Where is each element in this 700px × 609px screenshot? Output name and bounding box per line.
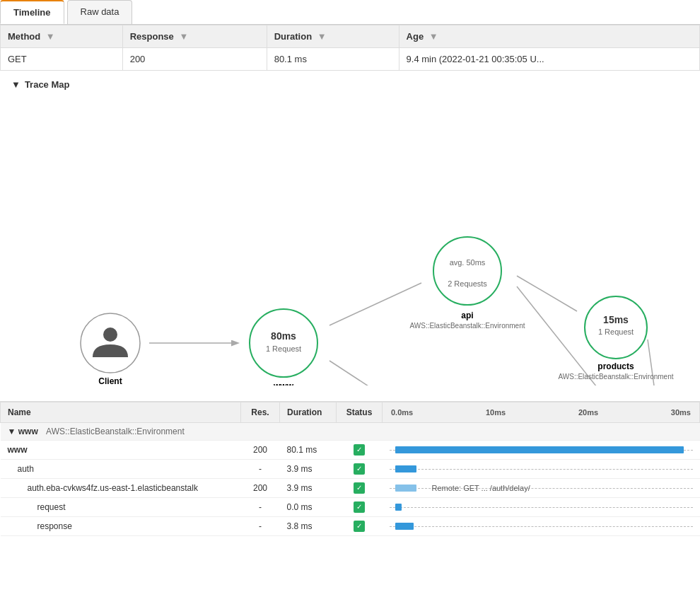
row-name-www: www xyxy=(1,441,241,460)
timeline-row-response: response - 3.8 ms ✓ xyxy=(1,517,700,536)
bar-www xyxy=(390,445,693,455)
cell-method: GET xyxy=(1,48,123,71)
cell-age: 9.4 min (2022-01-21 00:35:05 U... xyxy=(399,48,699,71)
col-response[interactable]: Response ▼ xyxy=(122,25,267,48)
cell-duration: 80.1 ms xyxy=(267,48,399,71)
col-dur[interactable]: Duration xyxy=(280,402,337,423)
group-sublabel: AWS::ElasticBeanstalk::Environment xyxy=(46,427,185,436)
row-bar-response xyxy=(383,517,700,536)
row-dur-auth-eba: 3.9 ms xyxy=(280,479,337,498)
node-api-label: api xyxy=(461,311,473,320)
node-client-circle[interactable] xyxy=(81,313,140,373)
row-bar-www xyxy=(383,441,700,460)
bar-fill-auth xyxy=(395,465,416,472)
col-name[interactable]: Name xyxy=(1,402,241,423)
sort-duration-icon[interactable]: ▼ xyxy=(317,31,327,42)
trace-map-toggle[interactable]: ▼ Trace Map xyxy=(11,79,689,90)
bar-fill-www xyxy=(395,446,684,453)
row-name-auth: auth xyxy=(1,460,241,479)
row-status-www: ✓ xyxy=(337,441,383,460)
tab-raw-data[interactable]: Raw data xyxy=(67,0,133,24)
row-res-www: 200 xyxy=(241,441,280,460)
timeline-table: Name Res. Duration Status 0.0ms 10ms 20m… xyxy=(0,402,700,536)
row-res-response: - xyxy=(241,517,280,536)
tick-2: 20ms xyxy=(578,408,598,417)
table-row: GET 200 80.1 ms 9.4 min (2022-01-21 00:3… xyxy=(1,48,700,71)
node-products-value: 15ms xyxy=(603,314,629,325)
row-name-response: response xyxy=(1,517,241,536)
timeline-row-www: www 200 80.1 ms ✓ xyxy=(1,441,700,460)
col-method[interactable]: Method ▼ xyxy=(1,25,123,48)
node-www-subvalue: 1 Request xyxy=(266,344,301,353)
col-status[interactable]: Status xyxy=(337,402,383,423)
group-header-row: ▼ www AWS::ElasticBeanstalk::Environment xyxy=(1,423,700,441)
row-bar-auth-eba: Remote: GET ... /auth/delay/ xyxy=(383,479,700,498)
node-www-circle[interactable] xyxy=(250,309,317,377)
node-client-label: Client xyxy=(98,376,122,385)
edge-www-auth xyxy=(329,361,421,385)
bar-auth-eba: Remote: GET ... /auth/delay/ xyxy=(390,483,693,493)
row-res-request: - xyxy=(241,498,280,517)
row-bar-auth xyxy=(383,460,700,479)
top-data-table: Method ▼ Response ▼ Duration ▼ Age ▼ GET… xyxy=(0,25,700,71)
row-dur-response: 3.8 ms xyxy=(280,517,337,536)
col-duration[interactable]: Duration ▼ xyxy=(267,25,399,48)
trace-map-canvas: Client 80ms 1 Request www AWS::ElasticBe… xyxy=(11,95,689,393)
group-header-cell: ▼ www AWS::ElasticBeanstalk::Environment xyxy=(1,423,700,441)
bar-auth xyxy=(390,464,693,474)
node-api-avg: avg. 50ms xyxy=(450,258,486,267)
trace-map-svg: Client 80ms 1 Request www AWS::ElasticBe… xyxy=(11,95,689,385)
tick-1: 10ms xyxy=(486,408,506,417)
row-name-request: request xyxy=(1,498,241,517)
col-age[interactable]: Age ▼ xyxy=(399,25,699,48)
edge-www-api xyxy=(329,283,421,325)
row-status-request: ✓ xyxy=(337,498,383,517)
chevron-down-icon: ▼ xyxy=(11,79,21,90)
bar-fill-response xyxy=(395,523,414,530)
sort-age-icon[interactable]: ▼ xyxy=(429,31,438,42)
row-dur-request: 0.0 ms xyxy=(280,498,337,517)
node-api-circle[interactable] xyxy=(433,237,501,305)
node-products-sublabel: AWS::ElasticBeanstalk::Environment xyxy=(558,373,673,381)
status-check-request: ✓ xyxy=(354,501,365,513)
row-status-response: ✓ xyxy=(337,517,383,536)
row-dur-www: 80.1 ms xyxy=(280,441,337,460)
tick-3: 30ms xyxy=(671,408,691,417)
status-check-auth: ✓ xyxy=(354,463,365,475)
person-head xyxy=(103,327,117,342)
tabs-container: Timeline Raw data xyxy=(0,0,700,25)
tab-timeline[interactable]: Timeline xyxy=(0,0,64,24)
dashed-line-auth xyxy=(390,469,693,470)
col-bar: 0.0ms 10ms 20ms 30ms xyxy=(383,402,700,423)
row-res-auth: - xyxy=(241,460,280,479)
row-bar-request xyxy=(383,498,700,517)
dashed-line-request xyxy=(390,507,693,508)
bar-request xyxy=(390,502,693,512)
bar-fill-request xyxy=(395,504,402,511)
row-status-auth-eba: ✓ xyxy=(337,479,383,498)
cell-response: 200 xyxy=(122,48,267,71)
row-res-auth-eba: 200 xyxy=(241,479,280,498)
tick-0: 0.0ms xyxy=(391,408,413,417)
node-api-sublabel: AWS::ElasticBeanstalk::Environment xyxy=(409,322,525,330)
chevron-down-icon[interactable]: ▼ xyxy=(8,427,16,436)
status-check-response: ✓ xyxy=(354,521,365,532)
node-www-label: www xyxy=(273,381,294,385)
timeline-row-auth-eba: auth.eba-cvkws4fz.us-east-1.elasticbeans… xyxy=(1,479,700,498)
sort-method-icon[interactable]: ▼ xyxy=(46,31,55,42)
row-name-auth-eba: auth.eba-cvkws4fz.us-east-1.elasticbeans… xyxy=(1,479,241,498)
tick-labels: 0.0ms 10ms 20ms 30ms xyxy=(390,408,692,417)
edge-api-products xyxy=(517,276,577,311)
row-status-auth: ✓ xyxy=(337,460,383,479)
dashed-line-response xyxy=(390,526,693,527)
col-res[interactable]: Res. xyxy=(241,402,280,423)
trace-map-title: Trace Map xyxy=(25,79,70,90)
status-check-www: ✓ xyxy=(354,444,365,456)
node-api-subvalue: 2 Requests xyxy=(448,279,487,288)
sort-response-icon[interactable]: ▼ xyxy=(179,31,188,42)
status-check-auth-eba: ✓ xyxy=(354,482,365,494)
row-dur-auth: 3.9 ms xyxy=(280,460,337,479)
node-products-subvalue: 1 Request xyxy=(598,327,634,336)
bar-fill-auth-eba xyxy=(395,485,416,492)
bar-response xyxy=(390,521,693,531)
